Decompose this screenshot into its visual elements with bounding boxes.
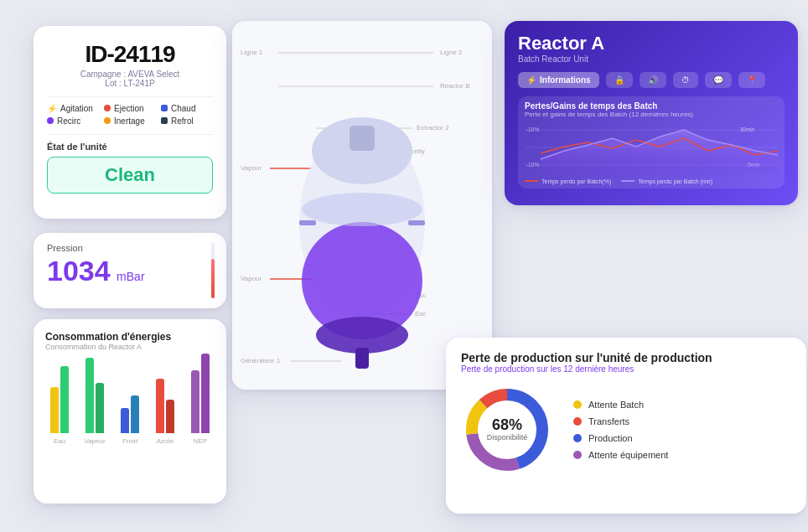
prod-content: 68% Disponibilité Attente Batch Transfer…: [461, 384, 791, 476]
timer-icon: ⏱: [681, 75, 690, 85]
production-card: Perte de production sur l'unité de produ…: [446, 338, 806, 514]
bolt-icon: ⚡: [526, 75, 536, 85]
reactor-chart-subtitle: Perte et gains de temps des Batch (12 de…: [525, 111, 778, 118]
reactor-title: Reactor A: [518, 33, 785, 54]
reactor-chart-title: Pertes/Gains de temps des Batch: [525, 101, 778, 111]
reactor-tab-timer[interactable]: ⏱: [673, 72, 698, 88]
dot-icon: [161, 105, 168, 111]
pression-bar-fill: [211, 259, 215, 297]
reactor-subtitle: Batch Reactor Unit: [518, 54, 785, 64]
legend-dot: [573, 400, 582, 409]
tag-ejection: Ejection: [104, 104, 156, 113]
svg-text:30min: 30min: [739, 126, 754, 132]
bar-label: NEP: [194, 437, 207, 445]
tab-label: Informations: [540, 75, 591, 85]
reactor-tab-location[interactable]: 📍: [738, 72, 765, 88]
legend-dot: [573, 417, 582, 426]
reactor-tab-informations[interactable]: ⚡ Informations: [518, 72, 599, 88]
bars-inner: [121, 349, 139, 433]
pression-label: Pression: [47, 243, 213, 253]
reactor-tabs: ⚡ Informations 🔒 🔊 ⏱ 💬 📍: [518, 72, 785, 88]
bar: [60, 366, 69, 433]
legend-attente-batch: Attente Batch: [573, 400, 668, 410]
legend-red-line: [525, 180, 538, 182]
tag-label: Inertage: [114, 116, 145, 126]
reactor-tab-lock[interactable]: 🔒: [606, 72, 633, 88]
tag-label: Refrol: [171, 116, 194, 126]
lot: Lot : LT-241P: [47, 79, 213, 88]
bars-inner: [156, 349, 174, 433]
tags: Agitation Ejection Chaud Recirc Inertage…: [47, 104, 213, 126]
tag-inertage: Inertage: [104, 116, 156, 126]
tag-chaud: Chaud: [161, 104, 213, 113]
legend-attente-equip: Attente équipement: [573, 450, 668, 460]
prod-title: Perte de production sur l'unité de produ…: [461, 351, 791, 364]
bar: [156, 379, 164, 433]
svg-text:-10%: -10%: [526, 161, 539, 167]
svg-text:Vapour: Vapour: [241, 164, 262, 172]
svg-point-22: [302, 193, 422, 226]
svg-text:Ligne 2: Ligne 2: [440, 49, 463, 56]
scene: ID-24119 Campagne : AVEVA Select Lot : L…: [18, 11, 790, 522]
bars-inner: [85, 349, 104, 433]
legend-label: Attente Batch: [588, 400, 644, 410]
dot-icon: [104, 105, 111, 111]
bar: [166, 400, 174, 433]
reactor-a-card: Reactor A Batch Reactor Unit ⚡ Informati…: [505, 21, 798, 205]
legend-transferts: Transferts: [573, 416, 668, 426]
svg-text:-10%: -10%: [526, 126, 539, 132]
donut-center: 68% Disponibilité: [487, 417, 528, 442]
pression-value-row: 1034 mBar: [47, 256, 213, 285]
diagram-card: Ligne 1 Ligne 2 Reactor B Extractor 2 Ac…: [232, 21, 492, 390]
bar-group: Azote: [151, 349, 179, 445]
pression-unit: mBar: [117, 270, 144, 283]
bar: [121, 408, 129, 433]
id-card: ID-24119 Campagne : AVEVA Select Lot : L…: [34, 26, 226, 219]
bar-label: Eau: [54, 437, 65, 445]
legend-purple-label: Temps perdu par Batch (mn): [638, 178, 712, 184]
prod-subtitle: Perte de production sur les 12 dernière …: [461, 364, 791, 374]
energy-title: Consommation d'énergies: [45, 331, 215, 343]
svg-rect-26: [355, 348, 369, 369]
donut-label: Disponibilité: [487, 433, 528, 442]
donut-chart: 68% Disponibilité: [461, 384, 553, 476]
id-number: ID-24119: [47, 41, 213, 68]
pression-card: Pression 1034 mBar: [34, 233, 226, 308]
sound-icon: 🔊: [648, 75, 658, 85]
reactor-tab-chat[interactable]: 💬: [705, 72, 732, 88]
dot-icon: [47, 117, 54, 124]
bar: [131, 395, 139, 433]
bar-label: Froid: [122, 437, 137, 445]
bar: [50, 387, 59, 433]
tag-label: Recirc: [57, 116, 80, 126]
legend-purple: Temps perdu par Batch (mn): [621, 178, 712, 184]
bar-label: Vapeur: [84, 437, 105, 445]
pression-value: 1034: [47, 255, 111, 287]
bar-group: Vapeur: [80, 349, 109, 445]
legend-red: Temps perdu par Batch(%): [525, 178, 611, 184]
tag-label: Ejection: [114, 104, 144, 113]
tag-agitation: Agitation: [47, 104, 99, 113]
svg-text:Reactor B: Reactor B: [440, 82, 470, 90]
diagram-svg: Ligne 1 Ligne 2 Reactor B Extractor 2 Ac…: [232, 21, 492, 390]
svg-text:Esc: Esc: [415, 310, 426, 318]
energy-card: Consommation d'énergies Consommation du …: [34, 319, 226, 504]
reactor-tab-sound[interactable]: 🔊: [640, 72, 666, 88]
legend-dot: [573, 451, 582, 459]
svg-rect-24: [350, 126, 375, 151]
tag-label: Agitation: [60, 104, 93, 113]
svg-text:Vapour: Vapour: [241, 275, 262, 282]
tag-refrol: Refrol: [161, 116, 213, 126]
etat-label: État de l'unité: [47, 142, 213, 152]
clean-status: Clean: [47, 157, 213, 194]
legend-red-label: Temps perdu par Batch(%): [541, 178, 611, 184]
bolt-icon: [47, 104, 57, 113]
svg-text:Générateur 1: Générateur 1: [241, 357, 281, 364]
donut-percentage: 68%: [487, 417, 528, 434]
legend-label: Production: [588, 433, 633, 443]
bar: [96, 383, 104, 433]
svg-rect-27: [299, 220, 316, 225]
legend-purple-line: [621, 180, 634, 182]
dot-icon: [161, 117, 168, 124]
dot-icon: [104, 117, 111, 124]
